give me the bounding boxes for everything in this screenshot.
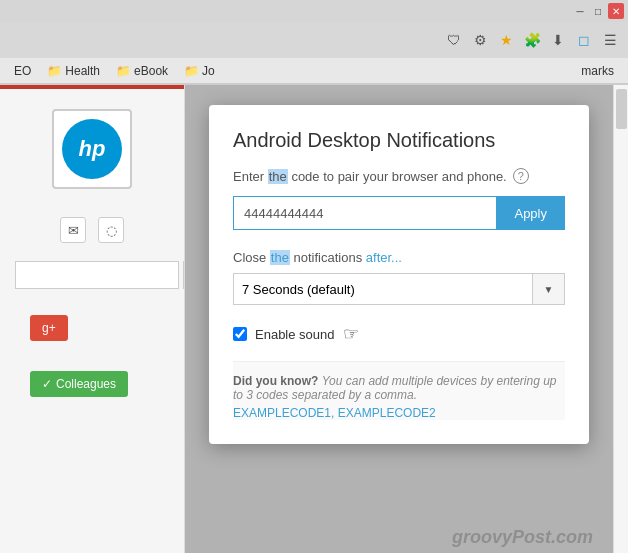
example-code-link[interactable]: EXAMPLECODE1, EXAMPLECODE2 xyxy=(233,406,436,420)
colleagues-area: ✓ Colleagues xyxy=(0,357,184,411)
pocket-icon[interactable]: ⬇ xyxy=(548,30,568,50)
google-plus-button[interactable]: g+ xyxy=(30,315,68,341)
firefox-icon[interactable]: ◻ xyxy=(574,30,594,50)
code-row: Apply xyxy=(233,196,565,230)
rss-icon-button[interactable]: ◌ xyxy=(98,217,124,243)
dropdown-row: 7 Seconds (default) ▼ xyxy=(233,273,565,305)
title-bar: ─ □ ✕ xyxy=(0,0,628,22)
bookmark-ebook[interactable]: 📁 eBook xyxy=(110,62,174,80)
sidebar-icons: ✉ ◌ xyxy=(0,209,184,251)
minimize-button[interactable]: ─ xyxy=(572,3,588,19)
folder-icon: 📁 xyxy=(116,64,131,78)
star-icon[interactable]: ★ xyxy=(496,30,516,50)
modal-subtitle: Enter the code to pair your browser and … xyxy=(233,168,565,184)
apply-button[interactable]: Apply xyxy=(496,196,565,230)
cursor-icon: ☞ xyxy=(343,323,359,345)
hp-logo: hp xyxy=(52,109,132,189)
browser-chrome: ─ □ ✕ 🛡 ⚙ ★ 🧩 ⬇ ◻ ☰ EO 📁 Health 📁 eBook … xyxy=(0,0,628,85)
bookmarks-bar: EO 📁 Health 📁 eBook 📁 Jo marks xyxy=(0,58,628,84)
checkbox-row: Enable sound ☞ xyxy=(233,323,565,345)
google-plus-icon: g+ xyxy=(42,321,56,335)
seconds-dropdown[interactable]: 7 Seconds (default) xyxy=(233,273,533,305)
bookmark-jo[interactable]: 📁 Jo xyxy=(178,62,221,80)
page-content: Android Desktop Notifications Enter the … xyxy=(185,85,613,553)
social-area: g+ xyxy=(0,299,184,357)
modal-dialog: Android Desktop Notifications Enter the … xyxy=(209,105,589,444)
enable-sound-checkbox[interactable] xyxy=(233,327,247,341)
menu-icon[interactable]: ☰ xyxy=(600,30,620,50)
check-icon: ✓ xyxy=(42,377,52,391)
colleagues-button[interactable]: ✓ Colleagues xyxy=(30,371,128,397)
shield-icon[interactable]: 🛡 xyxy=(444,30,464,50)
scroll-thumb[interactable] xyxy=(616,89,627,129)
modal-title: Android Desktop Notifications xyxy=(233,129,565,152)
close-after-label: Close the notifications after... xyxy=(233,250,565,265)
bookmark-eo[interactable]: EO xyxy=(8,62,37,80)
did-you-know-section: Did you know? You can add multiple devic… xyxy=(233,361,565,420)
sidebar-logo: hp xyxy=(0,89,184,209)
browser-toolbar: 🛡 ⚙ ★ 🧩 ⬇ ◻ ☰ xyxy=(0,22,628,58)
scrollbar[interactable] xyxy=(613,85,628,553)
hp-circle-logo: hp xyxy=(62,119,122,179)
folder-icon: 📁 xyxy=(184,64,199,78)
folder-icon: 📁 xyxy=(47,64,62,78)
puzzle-icon[interactable]: 🧩 xyxy=(522,30,542,50)
bookmark-marks[interactable]: marks xyxy=(575,62,620,80)
mail-icon-button[interactable]: ✉ xyxy=(60,217,86,243)
main-area: hp ✉ ◌ Search g+ ✓ Colleagues Androi xyxy=(0,85,628,553)
close-button[interactable]: ✕ xyxy=(608,3,624,19)
enable-sound-label[interactable]: Enable sound xyxy=(255,327,335,342)
help-icon[interactable]: ? xyxy=(513,168,529,184)
maximize-button[interactable]: □ xyxy=(590,3,606,19)
sidebar: hp ✉ ◌ Search g+ ✓ Colleagues xyxy=(0,85,185,553)
did-you-know-text: Did you know? You can add multiple devic… xyxy=(233,374,565,402)
bookmark-health[interactable]: 📁 Health xyxy=(41,62,106,80)
dropdown-arrow-icon[interactable]: ▼ xyxy=(533,273,565,305)
gear-icon[interactable]: ⚙ xyxy=(470,30,490,50)
code-input[interactable] xyxy=(233,196,496,230)
search-area: Search xyxy=(0,251,184,299)
modal-overlay: Android Desktop Notifications Enter the … xyxy=(185,85,613,553)
search-input[interactable] xyxy=(15,261,179,289)
